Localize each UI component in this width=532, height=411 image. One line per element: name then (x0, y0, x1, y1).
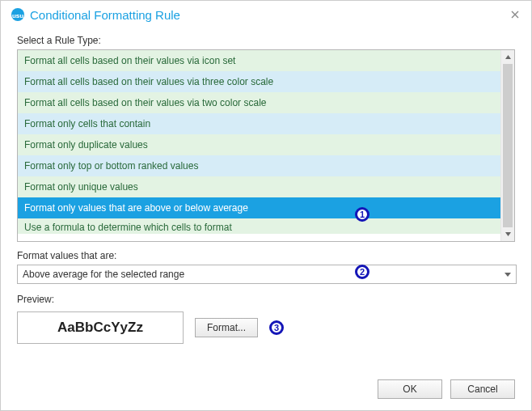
rule-type-item[interactable]: Format only cells that contain (18, 113, 500, 134)
ok-button[interactable]: OK (378, 379, 442, 399)
rule-type-item[interactable]: Format only top or bottom ranked values (18, 155, 500, 176)
dialog-footer: OK Cancel (1, 370, 531, 410)
titlebar: usu Conditional Formatting Rule (1, 1, 531, 27)
format-button-label: Format... (207, 322, 246, 333)
cancel-button[interactable]: Cancel (450, 379, 515, 399)
format-values-value: Above average for the selected range (23, 269, 184, 280)
callout-3: 3 (269, 320, 284, 335)
rule-type-item[interactable]: Format all cells based on their values v… (18, 71, 500, 92)
scroll-down-icon[interactable] (501, 227, 514, 241)
close-icon[interactable] (509, 8, 521, 21)
rule-type-item[interactable]: Format all cells based on their values v… (18, 50, 500, 71)
preview-label: Preview: (17, 294, 515, 305)
rule-type-item[interactable]: Format only unique values (18, 176, 500, 197)
scroll-up-icon[interactable] (501, 50, 514, 64)
preview-sample-text: AaBbCcYyZz (57, 320, 143, 336)
dialog-window: usu Conditional Formatting Rule Select a… (0, 0, 532, 411)
ok-button-label: OK (403, 383, 416, 395)
callout-2: 2 (355, 265, 369, 279)
app-icon: usu (11, 7, 25, 22)
preview-row: AaBbCcYyZz Format... 3 (17, 311, 515, 344)
svg-text:usu: usu (12, 12, 23, 19)
cancel-button-label: Cancel (467, 383, 497, 395)
format-values-label: Format values that are: (17, 250, 515, 261)
preview-box: AaBbCcYyZz (17, 311, 184, 344)
scroll-track[interactable] (501, 64, 514, 227)
rule-type-item[interactable]: Use a formula to determine which cells t… (18, 218, 500, 234)
dialog-title: Conditional Formatting Rule (30, 8, 180, 22)
rule-type-item-selected[interactable]: Format only values that are above or bel… (18, 197, 500, 218)
rule-type-item[interactable]: Format only duplicate values (18, 134, 500, 155)
scroll-thumb[interactable] (503, 64, 513, 227)
rule-type-label: Select a Rule Type: (17, 35, 515, 46)
dialog-content: Select a Rule Type: Format all cells bas… (1, 27, 531, 370)
format-values-combo[interactable]: Above average for the selected range (17, 265, 517, 284)
scrollbar[interactable] (500, 50, 514, 241)
callout-1: 1 (355, 207, 369, 222)
chevron-down-icon (505, 273, 511, 277)
rule-type-listbox: Format all cells based on their values v… (17, 49, 515, 242)
rule-type-item[interactable]: Format all cells based on their values v… (18, 92, 500, 113)
rule-type-list[interactable]: Format all cells based on their values v… (18, 50, 500, 241)
format-button[interactable]: Format... (195, 318, 258, 337)
